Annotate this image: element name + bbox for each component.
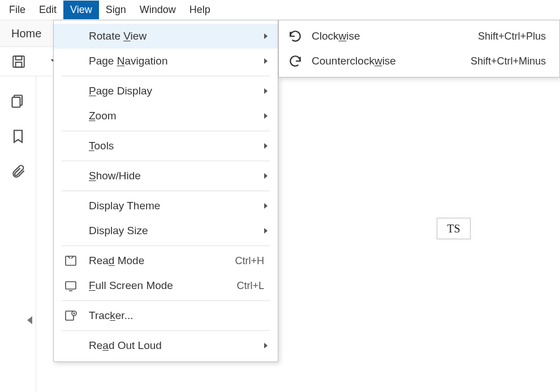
submenu-arrow-icon (264, 203, 268, 209)
read-mode-icon (64, 254, 89, 268)
menu-tools[interactable]: Tools (54, 133, 278, 158)
submenu-arrow-icon (264, 228, 268, 234)
menu-divider (62, 245, 270, 246)
menu-label: Page Display (89, 85, 264, 97)
view-menu-dropdown: Rotate View Page Navigation Page Display… (53, 20, 278, 362)
submenu-counterclockwise[interactable]: Counterclockwise Shift+Ctrl+Minus (279, 49, 559, 74)
save-icon[interactable] (11, 54, 26, 69)
menu-sign[interactable]: Sign (99, 1, 133, 19)
submenu-arrow-icon (264, 58, 268, 64)
menu-read-mode[interactable]: Read Mode Ctrl+H (54, 248, 278, 273)
submenu-arrow-icon (264, 33, 268, 39)
menu-label: Read Mode (89, 255, 235, 267)
menu-divider (62, 300, 270, 301)
svg-rect-1 (16, 56, 22, 60)
menu-page-navigation[interactable]: Page Navigation (54, 49, 278, 74)
submenu-label: Clockwise (312, 30, 478, 42)
bookmark-icon[interactable] (10, 128, 26, 144)
tracker-icon (64, 309, 89, 322)
menu-label: Tracker... (89, 309, 268, 322)
menu-label: Zoom (89, 110, 264, 122)
attachment-icon[interactable] (10, 163, 26, 179)
submenu-arrow-icon (264, 113, 268, 119)
comment-annotation[interactable]: TS (437, 218, 471, 239)
collapse-sidebar-icon[interactable] (27, 316, 32, 324)
submenu-arrow-icon (264, 173, 268, 179)
menu-view[interactable]: View (63, 1, 99, 19)
submenu-shortcut: Shift+Ctrl+Minus (471, 55, 546, 67)
svg-rect-2 (16, 62, 22, 67)
rotate-view-submenu: Clockwise Shift+Ctrl+Plus Counterclockwi… (278, 20, 560, 77)
menu-page-display[interactable]: Page Display (54, 79, 278, 104)
submenu-arrow-icon (264, 143, 268, 149)
menu-display-theme[interactable]: Display Theme (54, 193, 278, 218)
full-screen-icon (64, 279, 89, 292)
menu-label: Tools (89, 140, 264, 152)
menu-rotate-view[interactable]: Rotate View (54, 24, 278, 49)
menu-file[interactable]: File (2, 1, 32, 19)
menu-bar: File Edit View Sign Window Help (0, 0, 560, 20)
submenu-clockwise[interactable]: Clockwise Shift+Ctrl+Plus (279, 24, 559, 49)
menu-divider (62, 191, 270, 191)
menu-label: Full Screen Mode (89, 279, 236, 292)
svg-rect-4 (12, 97, 20, 107)
sidebar (0, 76, 36, 392)
tab-home[interactable]: Home (11, 27, 41, 40)
menu-label: Rotate View (89, 30, 264, 42)
menu-full-screen[interactable]: Full Screen Mode Ctrl+L (54, 273, 278, 298)
menu-divider (62, 161, 270, 161)
menu-zoom[interactable]: Zoom (54, 104, 278, 128)
menu-shortcut: Ctrl+H (235, 255, 264, 267)
submenu-arrow-icon (264, 343, 268, 348)
menu-show-hide[interactable]: Show/Hide (54, 163, 278, 188)
menu-label: Display Size (89, 225, 264, 237)
menu-shortcut: Ctrl+L (236, 280, 264, 292)
clockwise-icon (288, 29, 312, 44)
menu-label: Read Out Loud (89, 339, 264, 352)
menu-window[interactable]: Window (133, 1, 183, 19)
menu-tracker[interactable]: Tracker... (54, 303, 278, 328)
submenu-arrow-icon (264, 88, 268, 94)
svg-rect-6 (66, 282, 76, 289)
svg-rect-0 (13, 56, 24, 67)
submenu-label: Counterclockwise (312, 55, 471, 67)
menu-label: Page Navigation (89, 55, 264, 67)
thumbnails-icon[interactable] (10, 93, 26, 109)
menu-read-out-loud[interactable]: Read Out Loud (54, 333, 278, 358)
menu-divider (62, 76, 270, 76)
menu-display-size[interactable]: Display Size (54, 218, 278, 243)
counterclockwise-icon (288, 54, 312, 68)
menu-divider (62, 131, 270, 131)
menu-label: Display Theme (89, 200, 264, 212)
svg-rect-5 (66, 256, 76, 265)
submenu-shortcut: Shift+Ctrl+Plus (478, 31, 546, 42)
menu-divider (62, 330, 270, 331)
menu-label: Show/Hide (89, 170, 264, 182)
menu-help[interactable]: Help (183, 1, 217, 19)
menu-edit[interactable]: Edit (32, 1, 63, 19)
